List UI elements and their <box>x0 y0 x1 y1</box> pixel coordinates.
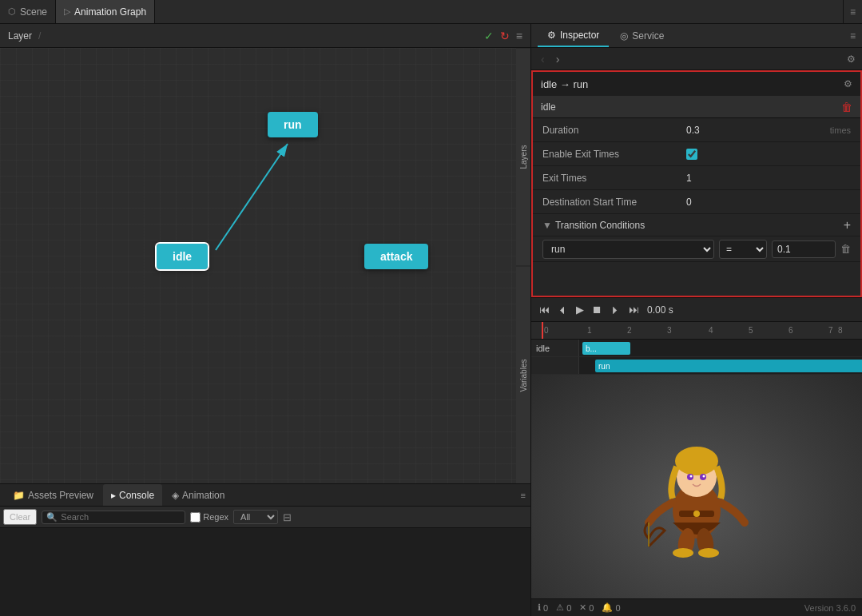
animation-tab-label: Animation Graph <box>74 6 146 18</box>
regex-label: Regex <box>190 512 228 523</box>
clear-console-btn[interactable]: Clear <box>3 509 37 525</box>
inspector-menu-btn[interactable]: ≡ <box>850 30 856 42</box>
bell-status: 🔔 0 <box>602 602 620 613</box>
inspector-settings-btn[interactable]: ⚙ <box>847 54 856 65</box>
condition-row: run = ≠ > < 🗑 <box>533 236 860 262</box>
inspector-gear-icon: ⚙ <box>547 30 556 41</box>
tab-animation-graph[interactable]: ▷ Animation Graph <box>56 0 155 23</box>
bell-icon: 🔔 <box>602 602 613 613</box>
add-condition-btn[interactable]: + <box>844 218 851 232</box>
left-panel: Layer / ✓ ↻ ≡ run idle att <box>0 24 531 616</box>
service-tab-label: Service <box>632 30 664 42</box>
graph-canvas[interactable]: run idle attack Layers Variables <box>0 48 530 483</box>
svg-line-1 <box>216 144 288 250</box>
graph-arrows-svg <box>0 48 530 483</box>
character-preview <box>609 407 785 566</box>
scene-icon: ⬡ <box>8 6 16 17</box>
svg-point-15 <box>693 511 700 517</box>
node-attack[interactable]: attack <box>364 244 428 269</box>
track-idle-content[interactable]: b... <box>579 340 862 356</box>
enable-exit-checkbox[interactable] <box>686 149 697 160</box>
condition-op-select[interactable]: = ≠ > < <box>719 240 767 259</box>
layers-label[interactable]: Layers <box>516 48 530 266</box>
transition-panel: idle → run ⚙ idle 🗑 Duration 0.3 times E… <box>531 70 862 297</box>
duration-row: Duration 0.3 times <box>533 118 860 142</box>
confirm-btn[interactable]: ✓ <box>484 30 494 42</box>
nav-forward-btn[interactable]: › <box>553 51 563 67</box>
main-layout: Layer / ✓ ↻ ≡ run idle att <box>0 24 862 616</box>
transition-title: idle → run <box>541 78 844 90</box>
dest-start-row: Destination Start Time 0 <box>533 190 860 214</box>
tab-service[interactable]: ◎ Service <box>610 24 673 47</box>
filter-select[interactable]: All Log Warn Error <box>233 510 278 524</box>
bottom-panel: 📁 Assets Preview ▸ Console ◈ Animation ≡… <box>0 483 530 616</box>
btn-timeline-stop[interactable]: ⏹ <box>589 301 606 318</box>
nav-back-btn[interactable]: ‹ <box>538 51 548 67</box>
transition-settings-btn[interactable]: ⚙ <box>844 78 852 89</box>
error-count: 0 <box>589 603 594 613</box>
track-run-content[interactable]: run <box>579 357 862 374</box>
condition-value-input[interactable] <box>772 240 836 258</box>
enable-exit-label: Enable Exit Times <box>542 149 686 160</box>
dest-start-value[interactable]: 0 <box>686 197 851 208</box>
node-idle[interactable]: idle <box>157 244 208 269</box>
tab-scene[interactable]: ⬡ Scene <box>0 0 56 23</box>
exit-times-value[interactable]: 1 <box>686 173 851 184</box>
bottom-menu-btn[interactable]: ≡ <box>521 491 526 500</box>
delete-state-btn[interactable]: 🗑 <box>841 101 852 113</box>
tab-inspector[interactable]: ⚙ Inspector <box>538 24 609 47</box>
version-label: Version 3.6.0 <box>804 603 856 613</box>
conditions-label: Transition Conditions <box>555 220 844 231</box>
transition-state-row: idle 🗑 <box>533 96 860 118</box>
info-icon: ℹ <box>538 602 541 613</box>
error-status: ✕ 0 <box>579 602 594 613</box>
status-bar: ℹ 0 ⚠ 0 ✕ 0 🔔 0 Version 3.6.0 <box>531 598 862 616</box>
inspector-tab-label: Inspector <box>560 30 599 41</box>
refresh-btn[interactable]: ↻ <box>500 30 510 42</box>
btn-timeline-next-frame[interactable]: ⏵ <box>607 301 624 318</box>
track-run-label <box>531 357 579 374</box>
warning-status: ⚠ 0 <box>556 602 571 613</box>
run-clip[interactable]: run <box>595 360 862 372</box>
topbar-menu-btn[interactable]: ≡ <box>843 0 862 23</box>
info-count: 0 <box>543 603 548 613</box>
idle-clip[interactable]: b... <box>582 342 630 355</box>
btn-timeline-prev[interactable]: ⏴ <box>554 301 571 318</box>
top-bar: ⬡ Scene ▷ Animation Graph ≡ <box>0 0 862 24</box>
tab-assets[interactable]: 📁 Assets Preview <box>5 484 101 506</box>
file-icon[interactable]: ⊟ <box>283 511 292 523</box>
svg-point-11 <box>690 475 693 478</box>
inspector-tabs: ⚙ Inspector ◎ Service ≡ <box>531 24 862 48</box>
btn-timeline-start[interactable]: ⏮ <box>536 301 553 318</box>
duration-label: Duration <box>542 125 686 136</box>
svg-point-8 <box>675 447 718 475</box>
animation-tab-icon: ◈ <box>172 490 179 501</box>
search-input[interactable] <box>61 512 181 522</box>
condition-var-select[interactable]: run <box>542 240 714 259</box>
graph-menu-btn[interactable]: ≡ <box>516 30 522 42</box>
conditions-spacer <box>533 262 860 297</box>
graph-header: Layer / ✓ ↻ ≡ <box>0 24 530 48</box>
regex-checkbox[interactable] <box>190 512 201 523</box>
node-run[interactable]: run <box>268 112 318 137</box>
timeline-area: ⏮ ⏴ ▶ ⏹ ⏵ ⏭ 0.00 s 0 1 2 3 4 5 6 7 8 <box>531 297 862 375</box>
btn-timeline-end[interactable]: ⏭ <box>626 301 642 318</box>
warning-count: 0 <box>566 603 571 613</box>
timeline-time: 0.00 s <box>647 304 673 316</box>
bell-count: 0 <box>615 603 620 613</box>
duration-value[interactable]: 0.3 <box>686 125 825 136</box>
tab-animation[interactable]: ◈ Animation <box>164 484 232 506</box>
condition-delete-btn[interactable]: 🗑 <box>840 243 851 255</box>
layer-sep: / <box>38 30 41 42</box>
timeline-ruler: 0 1 2 3 4 5 6 7 8 <box>531 322 862 340</box>
service-icon: ◎ <box>620 30 628 42</box>
timeline-tracks: idle b... run <box>531 340 862 375</box>
tab-console[interactable]: ▸ Console <box>103 484 162 506</box>
variables-label[interactable]: Variables <box>516 266 530 484</box>
btn-timeline-play[interactable]: ▶ <box>573 301 587 318</box>
sidebar-labels: Layers Variables <box>516 48 530 483</box>
svg-point-12 <box>703 475 705 478</box>
conditions-toggle-btn[interactable]: ▼ <box>542 220 552 231</box>
state-label: idle <box>541 101 841 113</box>
timeline-playhead[interactable] <box>542 322 543 339</box>
